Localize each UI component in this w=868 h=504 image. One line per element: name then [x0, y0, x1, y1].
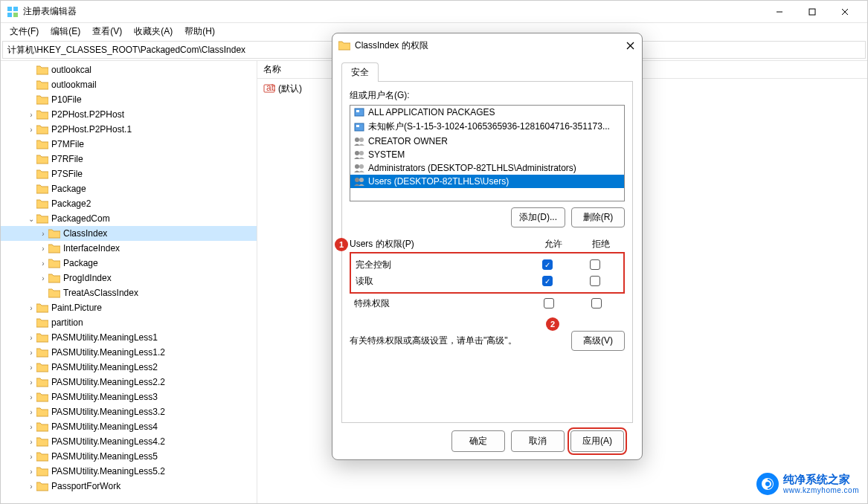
- expander-icon[interactable]: ›: [26, 364, 36, 372]
- titlebar: 注册表编辑器: [1, 1, 867, 23]
- expander-icon[interactable]: ›: [38, 230, 48, 238]
- deny-checkbox[interactable]: [590, 259, 600, 270]
- menu-help[interactable]: 帮助(H): [179, 24, 221, 39]
- expander-icon[interactable]: ›: [26, 423, 36, 431]
- allow-checkbox[interactable]: ✓: [542, 276, 553, 286]
- expander-icon[interactable]: ›: [26, 393, 36, 401]
- tree-item[interactable]: TreatAsClassIndex: [1, 285, 257, 300]
- tab-security[interactable]: 安全: [341, 62, 379, 82]
- folder-icon: [36, 213, 48, 224]
- apply-button[interactable]: 应用(A): [570, 430, 624, 452]
- tree-item[interactable]: ›ClassIndex: [1, 226, 257, 241]
- tree-item-label: PASMUtility.MeaningLess4.2: [51, 436, 165, 447]
- tree-item[interactable]: ›PASMUtility.MeaningLess2: [1, 360, 257, 375]
- expander-icon[interactable]: ⌄: [26, 215, 36, 223]
- folder-icon: [36, 392, 48, 402]
- dialog-title: ClassIndex 的权限: [355, 39, 624, 52]
- expander-icon[interactable]: ›: [26, 378, 36, 387]
- tree-item[interactable]: ›Paint.Picture: [1, 300, 257, 315]
- tree-item-label: P7RFile: [51, 154, 83, 164]
- expander-icon[interactable]: ›: [26, 334, 36, 342]
- expander-icon[interactable]: ›: [38, 245, 48, 253]
- advanced-row: 有关特殊权限或高级设置，请单击"高级"。 2 高级(V): [350, 331, 625, 351]
- user-row[interactable]: CREATOR OWNER: [350, 135, 624, 148]
- deny-checkbox[interactable]: [590, 276, 600, 286]
- watermark-icon: [756, 473, 779, 495]
- folder-icon: [48, 258, 60, 268]
- minimize-button[interactable]: [763, 1, 796, 22]
- tree-item[interactable]: ›PASMUtility.MeaningLess4: [1, 419, 257, 434]
- tree-item[interactable]: Package: [1, 181, 257, 196]
- user-row[interactable]: SYSTEM: [350, 148, 624, 161]
- tree-item-label: PASMUtility.MeaningLess1.2: [51, 347, 165, 358]
- tree-item[interactable]: ›PassportForWork: [1, 479, 257, 494]
- list-row-label: (默认): [278, 83, 302, 95]
- svg-rect-5: [809, 9, 815, 15]
- add-button[interactable]: 添加(D)...: [511, 207, 565, 227]
- tab-content: 组或用户名(G): ALL APPLICATION PACKAGES未知帐户(S…: [341, 82, 633, 423]
- tree-item[interactable]: ›P2PHost.P2PHost: [1, 107, 257, 122]
- tree-item[interactable]: ›InterfaceIndex: [1, 241, 257, 256]
- user-row[interactable]: 未知帐户(S-1-15-3-1024-1065365936-1281604716…: [350, 119, 624, 135]
- expander-icon[interactable]: ›: [26, 304, 36, 312]
- dialog-close-button[interactable]: [624, 39, 636, 51]
- tree-item[interactable]: outlookcal: [1, 62, 257, 77]
- menu-view[interactable]: 查看(V): [86, 24, 128, 39]
- expander-icon[interactable]: ›: [26, 438, 36, 446]
- special-deny-checkbox[interactable]: [591, 298, 602, 308]
- expander-icon[interactable]: ›: [26, 126, 36, 134]
- tree-item[interactable]: ›Package: [1, 256, 257, 271]
- tree-item[interactable]: partition: [1, 315, 257, 330]
- special-permissions-label: 特殊权限: [354, 297, 525, 310]
- tree-item[interactable]: ›PASMUtility.MeaningLess1: [1, 330, 257, 345]
- expander-icon[interactable]: ›: [26, 111, 36, 119]
- tree-item[interactable]: ›PASMUtility.MeaningLess2.2: [1, 375, 257, 390]
- special-allow-checkbox[interactable]: [544, 298, 554, 308]
- window-controls: [763, 1, 861, 22]
- tree-item[interactable]: outlookmail: [1, 77, 257, 92]
- user-row[interactable]: Administrators (DESKTOP-82TLHLS\Administ…: [350, 161, 624, 175]
- tree-item[interactable]: P10File: [1, 92, 257, 107]
- expander-icon[interactable]: ›: [38, 259, 48, 268]
- folder-icon: [36, 332, 48, 343]
- tree-item[interactable]: Package2: [1, 196, 257, 211]
- menu-favorites[interactable]: 收藏夹(A): [128, 24, 179, 39]
- permission-label: 读取: [356, 275, 524, 288]
- user-row[interactable]: ALL APPLICATION PACKAGES: [350, 106, 624, 119]
- tree-item[interactable]: P7MFile: [1, 137, 257, 152]
- maximize-button[interactable]: [796, 1, 829, 22]
- advanced-button[interactable]: 高级(V): [571, 331, 625, 351]
- svg-rect-2: [7, 13, 12, 17]
- tree-item[interactable]: ›ProgIdIndex: [1, 271, 257, 285]
- tree-item[interactable]: ›PASMUtility.MeaningLess4.2: [1, 434, 257, 449]
- tree-item-label: PASMUtility.MeaningLess3: [51, 392, 158, 402]
- menu-file[interactable]: 文件(F): [4, 24, 45, 39]
- allow-checkbox[interactable]: ✓: [542, 259, 553, 270]
- expander-icon[interactable]: ›: [26, 482, 36, 491]
- tree-item-label: Package: [63, 258, 98, 268]
- ok-button[interactable]: 确定: [451, 430, 505, 452]
- user-label: CREATOR OWNER: [368, 136, 448, 146]
- users-list[interactable]: ALL APPLICATION PACKAGES未知帐户(S-1-15-3-10…: [350, 105, 625, 201]
- menu-edit[interactable]: 编辑(E): [45, 24, 86, 39]
- user-row[interactable]: Users (DESKTOP-82TLHLS\Users): [350, 175, 624, 188]
- expander-icon[interactable]: ›: [26, 408, 36, 416]
- tree-item[interactable]: ›P2PHost.P2PHost.1: [1, 122, 257, 137]
- tree-pane[interactable]: outlookcaloutlookmailP10File›P2PHost.P2P…: [1, 61, 257, 503]
- tree-item[interactable]: P7RFile: [1, 152, 257, 167]
- tree-item[interactable]: ›PASMUtility.MeaningLess3: [1, 390, 257, 404]
- expander-icon[interactable]: ›: [26, 453, 36, 461]
- tree-item[interactable]: ⌄PackagedCom: [1, 211, 257, 226]
- cancel-button[interactable]: 取消: [511, 430, 565, 452]
- expander-icon[interactable]: ›: [26, 349, 36, 357]
- tree-item[interactable]: ›PASMUtility.MeaningLess1.2: [1, 345, 257, 360]
- tree-item[interactable]: ›PASMUtility.MeaningLess5.2: [1, 464, 257, 479]
- close-button[interactable]: [829, 1, 861, 22]
- tree-item[interactable]: ›PASMUtility.MeaningLess3.2: [1, 404, 257, 419]
- expander-icon[interactable]: ›: [26, 468, 36, 476]
- dialog-body: 安全 组或用户名(G): ALL APPLICATION PACKAGES未知帐…: [332, 57, 642, 459]
- tree-item[interactable]: P7SFile: [1, 167, 257, 181]
- remove-button[interactable]: 删除(R): [571, 207, 625, 227]
- expander-icon[interactable]: ›: [38, 274, 48, 282]
- tree-item[interactable]: ›PASMUtility.MeaningLess5: [1, 449, 257, 464]
